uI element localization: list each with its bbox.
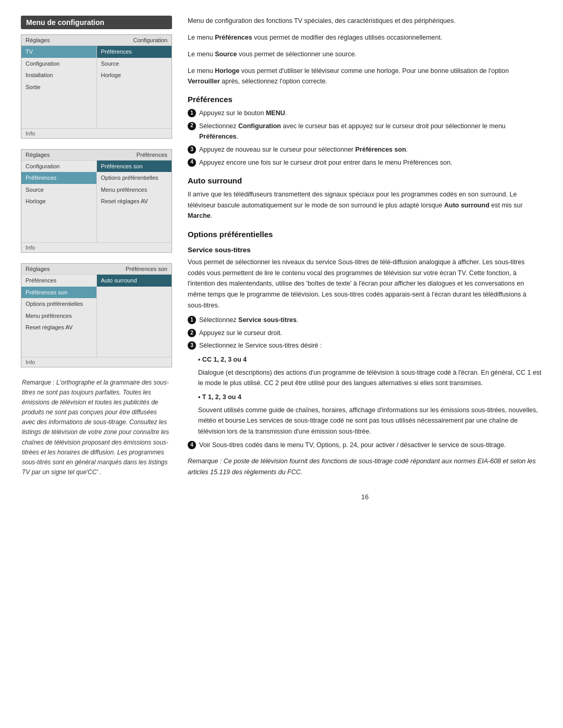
panel1-left-items: TV Configuration Installation Sortie — [21, 46, 97, 128]
menu-panel-2: Réglages Préférences Configuration Préfé… — [21, 149, 172, 253]
bullet-cc: • CC 1, 2, 3 ou 4 Dialogue (et descripti… — [198, 354, 542, 389]
footnote: Remarque : Ce poste de télévision fourni… — [188, 456, 542, 477]
right-column: Menu de configuration des fonctions TV s… — [188, 16, 542, 501]
list-item: 3 Sélectionnez le Service sous-titres dé… — [188, 340, 542, 351]
num-3: 3 — [188, 145, 196, 154]
panel1-header-left: Réglages — [21, 35, 96, 45]
list-item: 1 Appuyez sur le bouton MENU. — [188, 108, 542, 119]
menu-item[interactable]: Préférences — [21, 172, 96, 184]
panel3-left-items: Préférences Préférences son Options préf… — [21, 275, 97, 357]
panel1-header-right: Configuration — [96, 35, 172, 45]
menu-item — [97, 322, 172, 334]
panel1-right-items: Préférences Source Horloge — [97, 46, 172, 128]
menu-item — [97, 219, 172, 231]
panel3-right-items: Auto surround — [97, 275, 172, 357]
intro-p1: Menu de configuration des fonctions TV s… — [188, 16, 542, 26]
menu-item — [21, 231, 96, 243]
menu-item — [21, 105, 96, 117]
menu-item — [97, 310, 172, 322]
num-1: 1 — [188, 109, 196, 117]
service-list: 1 Sélectionnez Service sous-titres. 2 Ap… — [188, 315, 542, 351]
menu-item[interactable]: Menu préférences — [97, 184, 172, 196]
menu-item — [21, 116, 96, 128]
list-item: 4 Voir Sous-titres codés dans le menu TV… — [188, 440, 542, 451]
menu-item[interactable]: TV — [21, 46, 96, 58]
menu-item[interactable]: Horloge — [97, 69, 172, 81]
num-s1: 1 — [188, 316, 196, 324]
menu-item — [97, 231, 172, 243]
menu-item[interactable]: Préférences — [21, 275, 96, 287]
intro-p2: Le menu Préférences vous permet de modif… — [188, 32, 542, 43]
menu-item[interactable]: Options préférentielles — [21, 298, 96, 310]
menu-item[interactable]: Configuration — [21, 161, 96, 172]
service-body: Vous permet de sélectionner les niveaux … — [188, 257, 542, 311]
menu-item[interactable]: Sortie — [21, 81, 96, 93]
panel2-header-right: Préférences — [96, 150, 172, 160]
menu-item[interactable]: Reset réglages AV — [21, 322, 96, 334]
list-item: 1 Sélectionnez Service sous-titres. — [188, 315, 542, 326]
menu-item[interactable]: Source — [97, 58, 172, 70]
page-number: 16 — [188, 493, 542, 501]
list-item: 4 Appuyez encore une fois sur le curseur… — [188, 157, 542, 168]
service-step4: 4 Voir Sous-titres codés dans le menu TV… — [188, 440, 542, 451]
menu-item[interactable]: Horloge — [21, 195, 96, 207]
panel2-left-items: Configuration Préférences Source Horloge — [21, 161, 97, 243]
menu-item[interactable]: Options préférentielles — [97, 172, 172, 184]
list-item: 2 Sélectionnez Configuration avec le cur… — [188, 121, 542, 142]
menu-item[interactable]: Préférences — [97, 46, 172, 58]
menu-item — [97, 298, 172, 310]
menu-item[interactable]: Auto surround — [97, 275, 172, 287]
menu-item — [97, 116, 172, 128]
menu-item — [21, 207, 96, 219]
menu-panel-3: Réglages Préférences son Préférences Pré… — [21, 263, 172, 367]
section-options-heading: Options préférentielles — [188, 230, 542, 239]
italic-note: Remarque : L'orthographe et la grammaire… — [21, 378, 172, 478]
panel2-header-left: Réglages — [21, 150, 96, 160]
menu-item[interactable]: Menu préférences — [21, 310, 96, 322]
num-s3: 3 — [188, 341, 196, 350]
menu-item — [97, 207, 172, 219]
menu-item[interactable]: Configuration — [21, 58, 96, 70]
menu-item — [97, 93, 172, 105]
num-2: 2 — [188, 122, 196, 130]
bullet-t: • T 1, 2, 3 ou 4 Souvent utilisés comme … — [198, 392, 542, 437]
panel1-footer: Info — [21, 128, 172, 138]
menu-item — [21, 93, 96, 105]
num-4: 4 — [188, 158, 196, 167]
menu-item — [97, 334, 172, 346]
panel2-right-items: Préférences son Options préférentielles … — [97, 161, 172, 243]
list-item: 2 Appuyez sur le curseur droit. — [188, 328, 542, 339]
menu-item[interactable]: Reset réglages AV — [97, 195, 172, 207]
intro-p3: Le menu Source vous permet de sélectionn… — [188, 49, 542, 59]
panel3-header-right: Préférences son — [96, 264, 172, 274]
menu-item — [97, 81, 172, 93]
menu-item — [21, 345, 96, 357]
menu-item[interactable]: Préférences son — [97, 161, 172, 172]
preferences-list: 1 Appuyez sur le bouton MENU. 2 Sélectio… — [188, 108, 542, 168]
menu-item[interactable]: Source — [21, 184, 96, 196]
left-column: Menu de configuration Réglages Configura… — [21, 16, 172, 477]
menu-item — [21, 334, 96, 346]
num-s4: 4 — [188, 441, 196, 449]
menu-item — [97, 287, 172, 299]
panel3-header-left: Réglages — [21, 264, 96, 274]
panel2-footer: Info — [21, 242, 172, 252]
subheading-service-soustitres: Service sous-titres — [188, 246, 542, 254]
menu-item — [97, 105, 172, 117]
autosurround-body: Il arrive que les télédiffuseurs transme… — [188, 189, 542, 221]
panel3-footer: Info — [21, 357, 172, 367]
menu-item[interactable]: Préférences son — [21, 287, 96, 299]
menu-item — [21, 219, 96, 231]
section-preferences-heading: Préférences — [188, 95, 542, 104]
menu-panel-1: Réglages Configuration TV Configuration … — [21, 34, 172, 139]
section-autosurround-heading: Auto surround — [188, 176, 542, 185]
intro-p4: Le menu Horloge vous permet d'utiliser l… — [188, 66, 542, 87]
section-title: Menu de configuration — [21, 16, 172, 29]
menu-item — [97, 345, 172, 357]
num-s2: 2 — [188, 329, 196, 337]
list-item: 3 Appuyez de nouveau sur le curseur pour… — [188, 144, 542, 155]
menu-item[interactable]: Installation — [21, 69, 96, 81]
